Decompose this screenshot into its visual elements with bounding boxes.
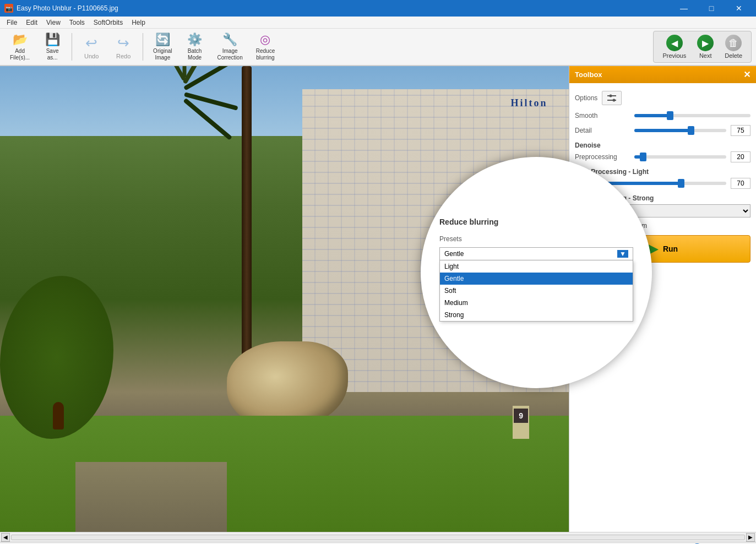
preset-option-strong[interactable]: Strong <box>440 309 633 321</box>
save-as-button[interactable]: 💾 Saveas... <box>37 31 67 63</box>
original-image-label: OriginalImage <box>153 48 172 61</box>
smooth-fill <box>634 114 669 117</box>
menu-tools[interactable]: Tools <box>65 18 89 28</box>
reduce-blurring-button[interactable]: ◎ Reduceblurring <box>251 31 280 63</box>
detail-slider-track[interactable] <box>634 129 726 132</box>
sign-number: 9 <box>514 409 528 423</box>
undo-icon: ↩ <box>85 35 97 52</box>
minimize-button[interactable]: — <box>671 0 697 17</box>
magnifier-inner: Reduce blurring Presets Gentle ▼ Light <box>423 159 650 386</box>
preset-display[interactable]: Gentle ▼ <box>439 247 633 260</box>
batch-mode-label: BatchMode <box>188 48 202 61</box>
detail-label: Detail <box>575 127 630 134</box>
svg-point-1 <box>610 95 612 97</box>
undo-button[interactable]: ↩ Undo <box>77 31 106 63</box>
preset-option-light[interactable]: Light <box>440 260 633 273</box>
save-as-label: Saveas... <box>46 48 59 61</box>
previous-label: Previous <box>662 52 686 59</box>
detail-slider-row: Detail 75 <box>575 125 750 136</box>
scrollbar-track[interactable] <box>11 535 745 540</box>
close-button[interactable]: ✕ <box>726 0 752 17</box>
delete-icon: 🗑 <box>725 35 742 51</box>
presets-magnifier-label: Presets <box>439 235 633 243</box>
image-correction-icon: 🔧 <box>222 32 237 47</box>
image-area[interactable]: Hilton 9 <box>0 66 756 532</box>
separator-1 <box>72 33 72 61</box>
toolbox-title: Toolbox <box>575 70 602 79</box>
detail-value[interactable]: 75 <box>731 125 750 136</box>
preset-option-soft[interactable]: Soft <box>440 285 633 297</box>
batch-mode-button[interactable]: ⚙️ BatchMode <box>180 31 210 63</box>
menu-edit[interactable]: Edit <box>21 18 42 28</box>
smooth-thumb[interactable] <box>667 111 673 120</box>
window-controls: — □ ✕ <box>671 0 752 17</box>
batch-mode-icon: ⚙️ <box>187 32 202 47</box>
window-title: Easy Photo Unblur - P1100665.jpg <box>17 4 671 12</box>
svg-point-3 <box>613 99 616 102</box>
reduce-blurring-label: Reduceblurring <box>256 48 275 61</box>
maximize-button[interactable]: □ <box>699 0 724 17</box>
scroll-left-button[interactable]: ◀ <box>1 533 10 542</box>
run-label: Run <box>663 244 678 253</box>
toolbox-panel: Toolbox ✕ Reduce blurring Presets Gentle… <box>569 66 756 532</box>
preprocessing-slider-row: Preprocessing <box>575 151 750 162</box>
reduce-blurring-magnifier-title: Reduce blurring <box>439 217 633 226</box>
detail-fill <box>634 129 689 132</box>
delete-button[interactable]: 🗑 Delete <box>720 32 747 61</box>
next-icon: ▶ <box>697 35 714 51</box>
main-area: Hilton 9 <box>0 66 756 532</box>
undo-label: Undo <box>84 53 99 59</box>
magnifier-overlay: Reduce blurring Presets Gentle ▼ Light <box>421 157 652 388</box>
reduce-blurring-icon: ◎ <box>260 32 270 47</box>
toolbar: 📂 AddFile(s)... 💾 Saveas... ↩ Undo ↪ Red… <box>0 29 756 66</box>
save-icon: 💾 <box>45 32 60 47</box>
next-button[interactable]: ▶ Next <box>693 32 718 61</box>
person <box>53 402 64 429</box>
app-icon: 📷 <box>4 4 13 13</box>
preprocessing-value[interactable] <box>731 151 750 162</box>
original-image-button[interactable]: 🔄 OriginalImage <box>148 31 177 63</box>
separator-2 <box>143 33 143 61</box>
previous-button[interactable]: ◀ Previous <box>658 32 690 61</box>
denoise-label: Denoise <box>575 142 750 149</box>
menu-file[interactable]: File <box>2 18 21 28</box>
path <box>75 462 227 532</box>
smooth-label: Smooth <box>575 112 630 119</box>
preprocessing-label: Preprocessing <box>575 153 630 161</box>
palm-fronds <box>151 75 262 142</box>
toolbox-close-button[interactable]: ✕ <box>743 69 750 80</box>
preprocessing-slider-track[interactable] <box>634 155 726 159</box>
sliders-icon-button[interactable] <box>602 91 622 105</box>
preset-selector-container: Gentle ▼ Light Gentle Soft Medium Strong <box>439 247 633 322</box>
image-correction-label: ImageCorrection <box>217 48 243 61</box>
smooth-slider-row: Smooth <box>575 112 750 119</box>
menu-softorbits[interactable]: SoftOrbits <box>89 18 127 28</box>
preset-option-medium[interactable]: Medium <box>440 297 633 309</box>
menu-help[interactable]: Help <box>127 18 150 28</box>
previous-icon: ◀ <box>666 35 683 51</box>
preset-option-gentle[interactable]: Gentle <box>440 273 633 285</box>
post-light-section-label: Post Processing - Light <box>575 168 750 176</box>
menu-view[interactable]: View <box>42 18 65 28</box>
preprocessing-thumb[interactable] <box>640 153 646 161</box>
redo-button[interactable]: ↪ Redo <box>108 31 138 63</box>
preset-dropdown-arrow[interactable]: ▼ <box>617 250 628 258</box>
add-files-button[interactable]: 📂 AddFile(s)... <box>4 31 35 63</box>
smooth-slider-track[interactable] <box>634 114 750 117</box>
statusbar: 1:1 ⊞ − + Time (s): 0.1 JPG (3264x2448x2… <box>0 542 756 544</box>
next-label: Next <box>699 52 712 59</box>
menubar: File Edit View Tools SoftOrbits Help <box>0 17 756 29</box>
horizontal-scrollbar: ◀ ▶ <box>0 532 756 542</box>
delete-label: Delete <box>725 52 742 59</box>
post-light-value[interactable] <box>731 178 750 189</box>
titlebar: 📷 Easy Photo Unblur - P1100665.jpg — □ ✕ <box>0 0 756 17</box>
detail-thumb[interactable] <box>688 126 694 135</box>
post-light-thumb[interactable] <box>678 179 684 188</box>
original-image-icon: 🔄 <box>155 32 170 47</box>
magnifier-content: Reduce blurring Presets Gentle ▼ Light <box>423 159 650 386</box>
options-icons-row: Options <box>575 89 750 107</box>
redo-label: Redo <box>116 53 130 59</box>
image-correction-button[interactable]: 🔧 ImageCorrection <box>212 31 248 63</box>
add-files-label: AddFile(s)... <box>10 48 30 61</box>
scroll-right-button[interactable]: ▶ <box>746 533 755 542</box>
